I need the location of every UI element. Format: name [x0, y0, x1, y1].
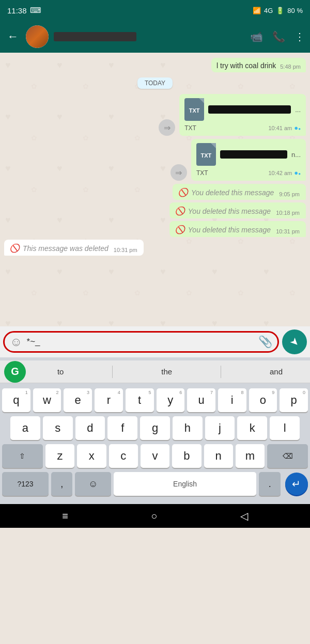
divider-1: [112, 366, 113, 378]
voice-call-button[interactable]: 📞: [272, 30, 285, 43]
battery-icon: 🔋: [276, 7, 284, 14]
file-type-2: TXT: [196, 169, 208, 177]
key-row-2: a s d f g h j k l: [0, 416, 310, 440]
file-type-1: TXT: [184, 124, 196, 132]
status-bar-right: 📶 4G 🔋 80 %: [253, 7, 303, 14]
space-key[interactable]: English: [114, 472, 257, 496]
shift-key[interactable]: ⇧: [2, 444, 43, 468]
autocomplete-row: G to the and: [0, 360, 310, 383]
emoji-keyboard-key[interactable]: ☺: [75, 472, 111, 496]
today-divider: TODAY: [4, 77, 306, 89]
deleted-bubble-2: 🚫 You deleted this message 10:18 pm: [169, 202, 306, 218]
deleted-text-3: You deleted this message: [188, 226, 271, 234]
key-r[interactable]: 4r: [95, 388, 123, 412]
file-bubble-2[interactable]: TXT n... TXT 10:42 am ●●: [191, 139, 306, 181]
key-a[interactable]: a: [10, 416, 40, 440]
signal-icon: 📶: [253, 7, 261, 14]
input-area: ☺ 📎 ➤: [0, 326, 310, 357]
avatar[interactable]: [26, 25, 49, 48]
chat-area: l try with coal drink 5:48 pm TODAY ⇒ TX…: [0, 53, 310, 326]
key-s[interactable]: s: [43, 416, 73, 440]
suggestion-the[interactable]: the: [155, 367, 178, 376]
key-g[interactable]: g: [140, 416, 170, 440]
key-d[interactable]: d: [75, 416, 105, 440]
key-l[interactable]: l: [270, 416, 300, 440]
backspace-key[interactable]: ⌫: [267, 444, 308, 468]
key-b[interactable]: b: [172, 444, 201, 468]
keyboard: G to the and 1q 2w 3e 4r 5t 6y 7u 8i 9o …: [0, 357, 310, 504]
header-icons: 📹 📞 ⋮: [250, 30, 305, 43]
more-options-button[interactable]: ⋮: [295, 30, 305, 43]
numbers-key[interactable]: ?123: [2, 472, 49, 496]
file-row-2: TXT n...: [196, 143, 301, 166]
contact-name-block[interactable]: [54, 32, 245, 41]
txt-file-icon-1: TXT: [184, 98, 204, 121]
no-entry-icon-1: 🚫: [178, 187, 188, 197]
comma-key[interactable]: ,: [51, 472, 73, 496]
file-time-2: 10:42 am: [268, 170, 292, 176]
deleted-bubble-3: 🚫 You deleted this message 10:31 pm: [169, 221, 306, 237]
key-y[interactable]: 6y: [157, 388, 185, 412]
send-button[interactable]: ➤: [282, 329, 307, 354]
key-t[interactable]: 5t: [126, 388, 154, 412]
deleted-content-1: 🚫 You deleted this message: [178, 187, 274, 197]
emoji-button[interactable]: ☺: [10, 335, 23, 349]
message-input[interactable]: [27, 335, 254, 349]
key-p[interactable]: 0p: [280, 388, 308, 412]
key-row-1: 1q 2w 3e 4r 5t 6y 7u 8i 9o 0p: [0, 388, 310, 412]
key-h[interactable]: h: [173, 416, 203, 440]
back-button[interactable]: ←: [5, 28, 21, 45]
deleted-sent-2: 🚫 You deleted this message 10:18 pm: [4, 202, 306, 218]
read-ticks-1: ●●: [294, 124, 301, 132]
key-n[interactable]: n: [204, 444, 233, 468]
file-meta-2: TXT 10:42 am ●●: [196, 169, 301, 177]
key-j[interactable]: j: [205, 416, 235, 440]
no-entry-icon-2: 🚫: [175, 206, 185, 216]
key-x[interactable]: x: [77, 444, 106, 468]
recv-deleted-bubble: 🚫 This message was deleted 10:31 pm: [4, 240, 144, 256]
key-v[interactable]: v: [141, 444, 169, 468]
keyboard-icon: ⌨: [30, 6, 41, 15]
chat-header: ← 📹 📞 ⋮: [0, 21, 310, 53]
deleted-text-1: You deleted this message: [191, 189, 274, 197]
recv-deleted-text: This message was deleted: [23, 244, 109, 253]
key-q[interactable]: 1q: [2, 388, 30, 412]
key-o[interactable]: 9o: [249, 388, 277, 412]
input-bar[interactable]: ☺ 📎: [3, 331, 279, 353]
no-entry-icon-recv: 🚫: [9, 243, 20, 253]
deleted-time-3: 10:31 pm: [276, 228, 300, 234]
no-entry-icon-3: 🚫: [175, 225, 185, 234]
nav-back-icon[interactable]: ◁: [240, 510, 248, 522]
key-e[interactable]: 3e: [64, 388, 92, 412]
prev-msg-bubble: l try with coal drink 5:48 pm: [211, 58, 306, 72]
key-i[interactable]: 8i: [218, 388, 246, 412]
grammarly-button[interactable]: G: [4, 361, 26, 383]
file-name-bar-2: [220, 150, 287, 159]
key-c[interactable]: c: [109, 444, 138, 468]
deleted-bubble-1: 🚫 You deleted this message 9:05 pm: [173, 184, 306, 200]
key-w[interactable]: 2w: [33, 388, 61, 412]
recv-deleted-msg: 🚫 This message was deleted 10:31 pm: [4, 240, 306, 256]
suggestion-to[interactable]: to: [51, 367, 70, 376]
deleted-content-3: 🚫 You deleted this message: [175, 225, 271, 234]
video-call-button[interactable]: 📹: [250, 30, 263, 43]
autocomplete-suggestions: to the and: [30, 366, 310, 378]
file-bubble-1[interactable]: TXT ... TXT 10:41 am ●●: [179, 94, 306, 136]
suggestion-and[interactable]: and: [264, 367, 289, 376]
deleted-content-2: 🚫 You deleted this message: [175, 206, 271, 216]
key-m[interactable]: m: [236, 444, 265, 468]
forwarded-file-msg-2: ⇒ TXT n... TXT 10:42 am ●●: [4, 139, 306, 181]
key-z[interactable]: z: [45, 444, 74, 468]
key-k[interactable]: k: [237, 416, 267, 440]
previous-message: l try with coal drink 5:48 pm: [4, 58, 306, 72]
key-f[interactable]: f: [107, 416, 137, 440]
key-u[interactable]: 7u: [187, 388, 215, 412]
file-name-bar-1: [208, 105, 291, 114]
nav-menu-icon[interactable]: ≡: [62, 510, 68, 522]
enter-key[interactable]: ↵: [285, 473, 308, 495]
attach-button[interactable]: 📎: [258, 335, 272, 349]
deleted-time-1: 9:05 pm: [279, 191, 300, 197]
nav-home-icon[interactable]: ○: [151, 510, 157, 522]
period-key[interactable]: .: [259, 472, 281, 496]
time-display: 11:38: [7, 6, 27, 15]
